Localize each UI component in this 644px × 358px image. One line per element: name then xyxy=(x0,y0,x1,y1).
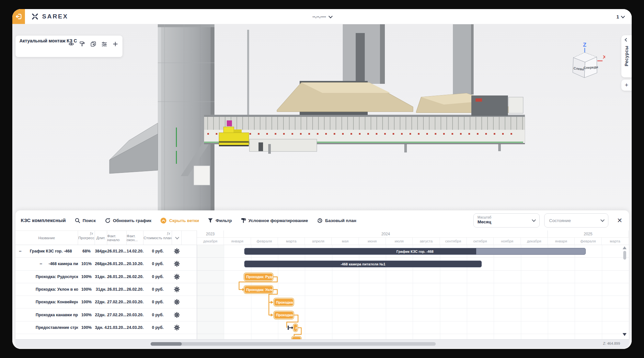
hide-branches-button[interactable]: Скрыть ветки xyxy=(160,218,199,224)
gantt-bar-task[interactable]: Проходка: Рудо xyxy=(244,273,273,281)
row-settings-gear-icon[interactable] xyxy=(172,299,182,305)
baseline-button[interactable]: Базовый план xyxy=(317,218,356,223)
horizontal-scrollbar-thumb[interactable] xyxy=(151,342,182,346)
task-duration: 22дн. ... xyxy=(95,313,107,317)
top-bar: SAREX --.--.---- 1 xyxy=(12,9,632,24)
table-row[interactable]: Проходка канавки просор 100% 22дн. ... 2… xyxy=(16,308,197,321)
table-row[interactable]: Проходка: Рудоспуск отм 100% 31дн. ... 2… xyxy=(16,271,197,283)
conditional-formatting-button[interactable]: Условное форматирование xyxy=(241,218,308,223)
row-settings-gear-icon[interactable] xyxy=(172,312,182,318)
bar-label: п xyxy=(295,326,298,330)
column-header-cost[interactable]: ƒxСтоимость план xyxy=(144,231,172,245)
column-header-progress[interactable]: ƒxПрогресс xyxy=(78,231,95,245)
task-duration: 3дн. 4... xyxy=(95,325,107,330)
eye-icon[interactable] xyxy=(68,41,74,47)
task-duration: 268дн... xyxy=(95,262,107,266)
scroll-up-arrow[interactable] xyxy=(623,246,627,249)
row-settings-gear-icon[interactable] xyxy=(172,274,182,280)
z-coordinate-status: Z: 464.899 xyxy=(603,341,620,345)
search-button[interactable]: Поиск xyxy=(75,218,96,223)
gantt-title: КЗС комплексный xyxy=(21,218,66,223)
gantt-rows-area[interactable]: График КЗС гор. -468 -468 камера питател… xyxy=(197,245,629,339)
column-header-end[interactable]: Факт. окон... xyxy=(127,231,144,245)
chevron-down-icon xyxy=(175,235,179,240)
task-name: Предоставление стройго xyxy=(16,325,78,330)
exit-button[interactable] xyxy=(12,9,25,24)
table-row[interactable]: −-468 камера питателя №1 101% 268дн... 2… xyxy=(16,258,197,270)
vertical-scrollbar-thumb[interactable] xyxy=(623,251,626,260)
timeline-years: 2023 2024 2025 xyxy=(197,230,629,238)
table-row[interactable]: Проходка: Конвейерный 100% 22дн. ... 27.… xyxy=(16,296,197,308)
month-label: апреля xyxy=(305,238,332,245)
row-settings-gear-icon[interactable] xyxy=(172,325,182,330)
task-cost: 0 руб. xyxy=(144,300,172,304)
column-header-options[interactable] xyxy=(172,231,182,245)
gantt-bar-task[interactable]: Проходка: Укло xyxy=(244,285,273,294)
year-label: 2023 xyxy=(197,230,224,237)
gantt-bar-task[interactable]: п xyxy=(293,324,298,332)
state-select[interactable]: Состояние xyxy=(544,213,608,228)
task-cost: 0 руб. xyxy=(144,274,172,279)
task-duration: 384дн... xyxy=(95,249,107,253)
axis-z-label: Z xyxy=(583,42,586,48)
resources-tab-label: Ресурсы xyxy=(624,46,629,66)
table-row[interactable]: −График КЗС гор. -468 68% 384дн... 26.01… xyxy=(16,245,197,258)
resources-add-button[interactable]: + xyxy=(621,80,632,91)
table-row[interactable]: Проходка: Уклон в компл 100% 31дн. 26.01… xyxy=(16,283,197,296)
task-duration: 31дн. ... xyxy=(95,274,107,279)
state-select-placeholder: Состояние xyxy=(549,218,571,223)
task-start: 26.01.20... xyxy=(107,262,127,266)
close-gantt-button[interactable]: ✕ xyxy=(615,216,624,225)
collapse-toggle[interactable]: − xyxy=(19,249,21,254)
date-value: --.--.---- xyxy=(313,14,326,19)
gantt-bar-task[interactable] xyxy=(292,336,301,339)
resources-tab[interactable]: Ресурсы xyxy=(621,35,632,77)
task-start: 26.01.20... xyxy=(107,249,127,253)
scale-select[interactable]: Масштаб Месяц xyxy=(473,213,540,228)
month-label: октября xyxy=(467,238,494,245)
gantt-bar-task[interactable]: Проходка к xyxy=(274,311,294,319)
view-count-dropdown[interactable]: 1 xyxy=(616,9,624,24)
row-settings-gear-icon[interactable] xyxy=(172,248,182,254)
scroll-down-arrow[interactable] xyxy=(623,333,627,336)
horizontal-scrollbar-track[interactable] xyxy=(151,342,436,346)
column-header-name[interactable]: Название xyxy=(16,231,78,245)
add-layer-icon[interactable] xyxy=(112,41,118,47)
gantt-bar-summary[interactable]: График КЗС гор. -468 xyxy=(244,248,586,255)
logout-icon xyxy=(16,14,22,19)
brand-logo: SAREX xyxy=(31,9,68,24)
gantt-panel: КЗС комплексный Поиск Обновить график Ск… xyxy=(16,210,629,348)
task-cost: 0 руб. xyxy=(144,313,172,317)
row-settings-gear-icon[interactable] xyxy=(172,261,182,267)
filter-button[interactable]: Фильтр xyxy=(208,218,232,223)
paint-roller-icon[interactable] xyxy=(79,41,85,47)
bar-label: Проходка: Рудо xyxy=(246,275,273,279)
column-header-start[interactable]: Факт. начало xyxy=(107,231,127,245)
bar-label: Проходка: Укло xyxy=(246,288,273,292)
gantt-chart[interactable]: 2023 2024 2025 декабря января февраля ма… xyxy=(197,230,629,339)
axis-x-label: X xyxy=(603,54,605,60)
row-settings-gear-icon[interactable] xyxy=(172,286,182,292)
table-row[interactable]: Предоставление стройго 100% 3дн. 4... 21… xyxy=(16,321,197,334)
collapse-toggle[interactable]: − xyxy=(40,261,42,266)
column-header-duration[interactable]: Длит. xyxy=(95,231,107,245)
date-picker-dropdown[interactable]: --.--.---- xyxy=(313,9,332,24)
gantt-bar-summary[interactable]: -468 камера питателя №1 xyxy=(244,261,482,267)
sliders-icon[interactable] xyxy=(101,41,107,47)
duplicate-icon[interactable] xyxy=(90,41,96,47)
task-progress: 100% xyxy=(78,274,95,279)
refresh-chart-button[interactable]: Обновить график xyxy=(105,218,152,223)
task-end: 26.02.20... xyxy=(127,274,144,279)
refresh-icon xyxy=(105,218,110,223)
filter-icon xyxy=(208,218,213,223)
chevron-down-icon xyxy=(532,218,536,222)
task-start: 21.03.20... xyxy=(107,325,127,330)
gantt-bar-task[interactable]: Проходка: xyxy=(274,298,294,306)
task-start: 26.01.20... xyxy=(107,274,127,279)
task-end: 20.10.20... xyxy=(127,262,144,266)
layers-panel: Актуальный монтаж КЗ С xyxy=(16,36,122,57)
task-end: 14.02.20... xyxy=(127,249,144,253)
year-label: 2024 xyxy=(224,230,548,237)
view-cube[interactable]: Z Слева Спереди X xyxy=(566,41,605,82)
month-label: декабря xyxy=(197,238,224,245)
